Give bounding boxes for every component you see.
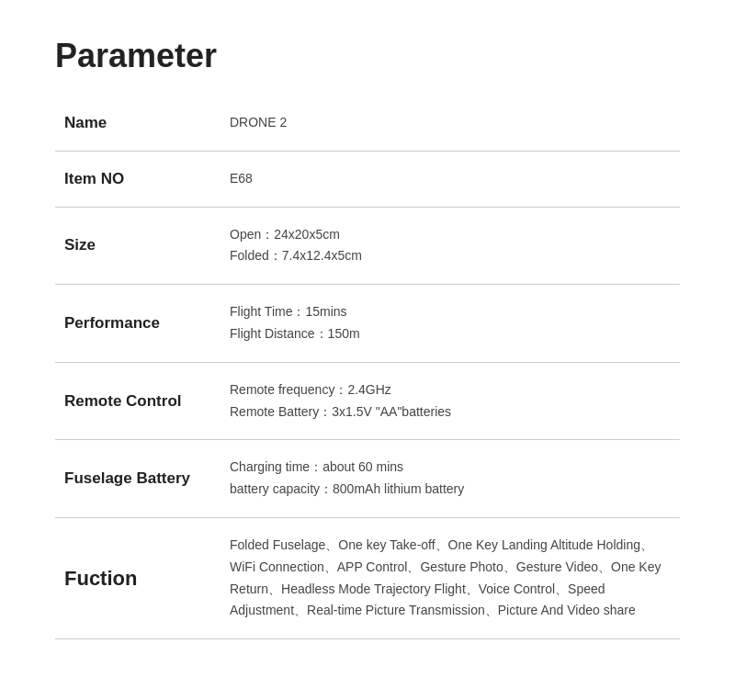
param-row-item-no: Item NOE68 — [55, 151, 680, 207]
param-label-fuction: Fuction — [55, 517, 220, 638]
param-row-fuselage-battery: Fuselage BatteryCharging time：about 60 m… — [55, 440, 680, 518]
param-row-size: SizeOpen：24x20x5cmFolded：7.4x12.4x5cm — [55, 207, 680, 285]
page-title: Parameter — [55, 37, 680, 75]
param-label-remote-control: Remote Control — [55, 362, 220, 440]
param-row-name: NameDRONE 2 — [55, 103, 680, 151]
param-value-size: Open：24x20x5cmFolded：7.4x12.4x5cm — [220, 207, 680, 285]
param-label-size: Size — [55, 207, 220, 285]
param-label-name: Name — [55, 103, 220, 151]
param-label-performance: Performance — [55, 285, 220, 363]
param-value-performance: Flight Time：15minsFlight Distance：150m — [220, 285, 680, 363]
param-row-fuction: FuctionFolded Fuselage、One key Take-off、… — [55, 517, 680, 638]
param-label-item-no: Item NO — [55, 151, 220, 207]
param-value-fuselage-battery: Charging time：about 60 minsbattery capac… — [220, 440, 680, 518]
param-row-remote-control: Remote ControlRemote frequency：2.4GHzRem… — [55, 362, 680, 440]
param-value-item-no: E68 — [220, 151, 680, 207]
param-value-fuction: Folded Fuselage、One key Take-off、One Key… — [220, 517, 680, 638]
param-value-name: DRONE 2 — [220, 103, 680, 151]
param-value-remote-control: Remote frequency：2.4GHzRemote Battery：3x… — [220, 362, 680, 440]
parameter-table: NameDRONE 2Item NOE68SizeOpen：24x20x5cmF… — [55, 103, 680, 639]
param-label-fuselage-battery: Fuselage Battery — [55, 440, 220, 518]
param-row-performance: PerformanceFlight Time：15minsFlight Dist… — [55, 285, 680, 363]
